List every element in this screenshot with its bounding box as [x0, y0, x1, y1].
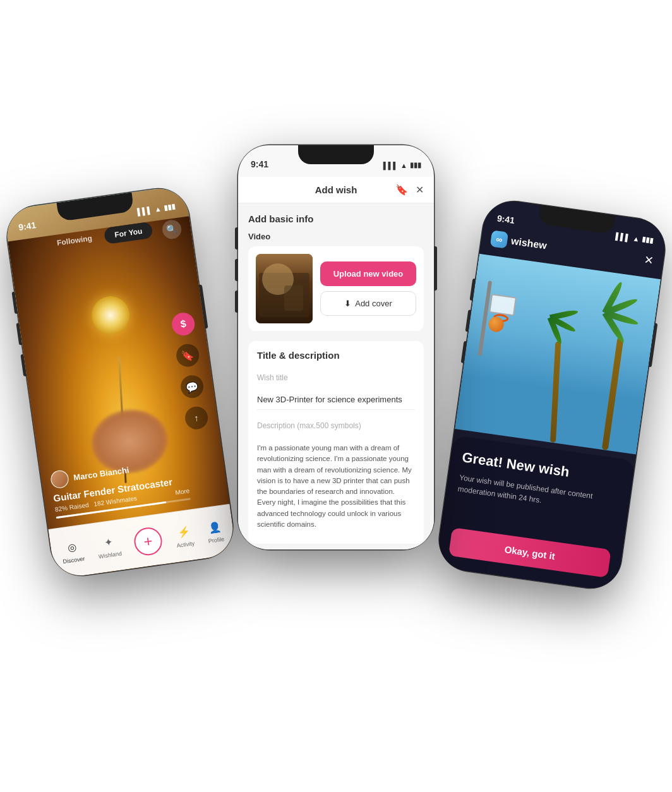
video-section: Upload new video ⬇ Add cover	[248, 246, 424, 331]
basketball-image	[455, 254, 661, 455]
profile-icon: 👤	[207, 519, 222, 535]
phone-left-screen: 9:41 ▌▌▌ ▲ ▮▮▮ Following For You 🔍 $ 🔖 💬…	[3, 185, 236, 580]
phone-left: 9:41 ▌▌▌ ▲ ▮▮▮ Following For You 🔍 $ 🔖 💬…	[3, 185, 236, 580]
video-thumbnail	[256, 254, 313, 323]
signal-icon-mid: ▌▌▌	[383, 162, 398, 169]
palm-tree-right	[580, 309, 649, 453]
title-desc-label: Title & description	[257, 350, 415, 361]
activity-icon: ⚡	[176, 524, 192, 539]
battery-icon: ▮▮▮	[163, 202, 176, 212]
raised-percent: 82% Raised	[54, 501, 89, 513]
wifi-icon: ▲	[154, 205, 162, 213]
more-button[interactable]: More	[175, 487, 190, 496]
form-body: Add basic info Video Upload new video ⬇	[238, 203, 434, 544]
discover-icon: ◎	[64, 539, 80, 555]
section-basic-label: Add basic info	[248, 213, 424, 224]
wishew-screen: ∞ wishew ✕	[435, 198, 668, 592]
nav-activity-label: Activity	[176, 540, 195, 549]
signal-icon: ▌▌▌	[137, 206, 153, 215]
success-card: Great! New wish Your wish will be publis…	[435, 435, 635, 592]
battery-icon-mid: ▮▮▮	[410, 161, 421, 169]
wish-title-input[interactable]: New 3D-Printer for science experiments	[257, 390, 415, 410]
palm-leaves	[600, 309, 643, 352]
nav-wishland-label: Wishland	[98, 550, 122, 560]
palm-leaves-2	[546, 315, 582, 350]
wishew-logo: ∞ wishew	[490, 230, 548, 254]
add-button[interactable]: +	[133, 525, 164, 557]
nav-profile[interactable]: 👤 Profile	[206, 519, 225, 544]
title-description-section: Title & description Wish title New 3D-Pr…	[248, 341, 424, 544]
download-icon: ⬇	[344, 299, 351, 308]
bookmark-header-icon[interactable]: 🔖	[395, 184, 408, 196]
nav-activity[interactable]: ⚡ Activity	[174, 524, 195, 549]
user-name: Marco Bianchi	[73, 465, 129, 482]
phone-right: 9:41 ▌▌▌ ▲ ▮▮▮ ∞ wishew ✕	[435, 198, 668, 592]
basketball-hoop-area	[477, 280, 492, 356]
phone-mid-screen: 9:41 ▌▌▌ ▲ ▮▮▮ Add wish 🔖 ✕ Add basic in…	[238, 145, 434, 549]
status-time-left: 9:41	[18, 220, 37, 232]
form-title: Add wish	[315, 184, 357, 195]
form-header: Add wish 🔖 ✕	[238, 177, 434, 203]
wishew-logo-icon: ∞	[490, 230, 508, 248]
upload-video-button[interactable]: Upload new video	[320, 261, 416, 286]
video-buttons: Upload new video ⬇ Add cover	[320, 261, 416, 316]
palm-tree-left	[530, 315, 585, 445]
nav-wishland[interactable]: ✦ Wishland	[96, 534, 123, 560]
add-cover-button[interactable]: ⬇ Add cover	[320, 291, 416, 316]
status-icons-right: ▌▌▌ ▲ ▮▮▮	[615, 232, 654, 245]
close-button-right[interactable]: ✕	[644, 253, 655, 268]
description-text[interactable]: I'm a passionate young man with a dream …	[257, 438, 415, 535]
form-header-icons: 🔖 ✕	[395, 184, 424, 196]
status-icons-left: ▌▌▌ ▲ ▮▮▮	[137, 202, 176, 215]
avatar	[50, 469, 70, 489]
battery-icon-right: ▮▮▮	[642, 236, 654, 245]
form-content: Add wish 🔖 ✕ Add basic info Video	[238, 177, 434, 549]
video-section-label: Video	[248, 232, 424, 241]
palm-trunk-2	[550, 342, 561, 443]
palm-trunk	[602, 337, 624, 451]
wishland-icon: ✦	[100, 534, 116, 550]
signal-icon-right: ▌▌▌	[615, 232, 631, 241]
close-header-icon[interactable]: ✕	[416, 184, 424, 196]
wishew-logo-text: wishew	[510, 236, 548, 252]
status-time-mid: 9:41	[251, 159, 268, 169]
desc-placeholder: Description (max.500 symbols)	[257, 416, 415, 435]
video-circle-accent	[262, 263, 294, 295]
status-icons-mid: ▌▌▌ ▲ ▮▮▮	[383, 161, 421, 169]
wifi-icon-right: ▲	[632, 234, 640, 243]
nav-discover[interactable]: ◎ Discover	[60, 539, 85, 565]
hoop-board	[489, 294, 517, 316]
hoop-post	[477, 280, 492, 356]
nav-profile-label: Profile	[208, 536, 225, 544]
status-time-right: 9:41	[496, 213, 515, 225]
status-bar-mid: 9:41 ▌▌▌ ▲ ▮▮▮	[238, 145, 434, 173]
okay-button[interactable]: Okay, got it	[448, 527, 611, 578]
phone-right-screen: 9:41 ▌▌▌ ▲ ▮▮▮ ∞ wishew ✕	[435, 198, 668, 592]
title-placeholder: Wish title	[257, 368, 415, 387]
wifi-icon-mid: ▲	[400, 162, 407, 169]
nav-discover-label: Discover	[63, 555, 85, 565]
phone-mid: 9:41 ▌▌▌ ▲ ▮▮▮ Add wish 🔖 ✕ Add basic in…	[238, 145, 434, 549]
